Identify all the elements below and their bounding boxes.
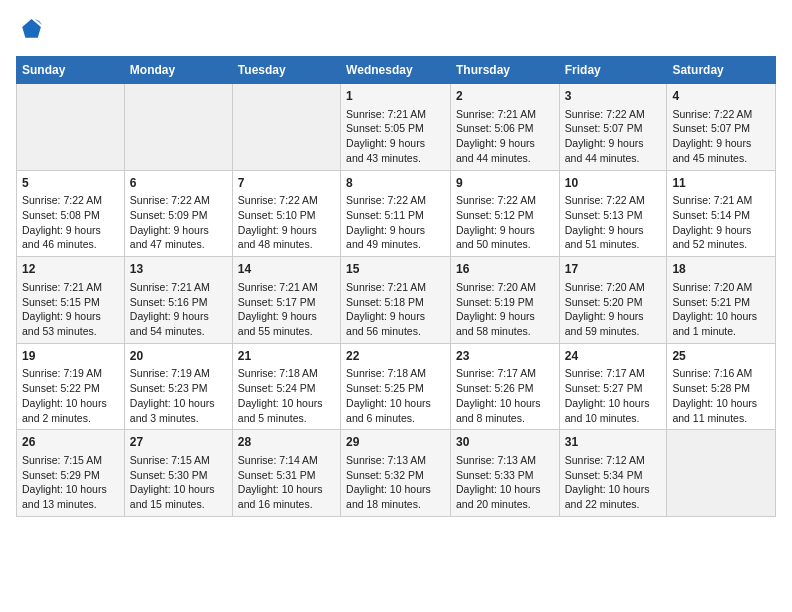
- day-info: Sunrise: 7:20 AM Sunset: 5:20 PM Dayligh…: [565, 280, 662, 339]
- calendar-cell: 14Sunrise: 7:21 AM Sunset: 5:17 PM Dayli…: [232, 257, 340, 344]
- calendar-cell: 15Sunrise: 7:21 AM Sunset: 5:18 PM Dayli…: [341, 257, 451, 344]
- day-number: 19: [22, 348, 119, 365]
- day-header-monday: Monday: [124, 57, 232, 84]
- day-info: Sunrise: 7:17 AM Sunset: 5:27 PM Dayligh…: [565, 366, 662, 425]
- day-number: 31: [565, 434, 662, 451]
- day-number: 1: [346, 88, 445, 105]
- calendar-cell: 10Sunrise: 7:22 AM Sunset: 5:13 PM Dayli…: [559, 170, 667, 257]
- day-info: Sunrise: 7:18 AM Sunset: 5:25 PM Dayligh…: [346, 366, 445, 425]
- day-number: 27: [130, 434, 227, 451]
- calendar-cell: 7Sunrise: 7:22 AM Sunset: 5:10 PM Daylig…: [232, 170, 340, 257]
- day-number: 3: [565, 88, 662, 105]
- day-number: 8: [346, 175, 445, 192]
- day-info: Sunrise: 7:16 AM Sunset: 5:28 PM Dayligh…: [672, 366, 770, 425]
- day-number: 21: [238, 348, 335, 365]
- day-info: Sunrise: 7:20 AM Sunset: 5:19 PM Dayligh…: [456, 280, 554, 339]
- logo-icon: [16, 16, 44, 44]
- calendar-cell: 26Sunrise: 7:15 AM Sunset: 5:29 PM Dayli…: [17, 430, 125, 517]
- day-info: Sunrise: 7:15 AM Sunset: 5:29 PM Dayligh…: [22, 453, 119, 512]
- calendar-cell: 8Sunrise: 7:22 AM Sunset: 5:11 PM Daylig…: [341, 170, 451, 257]
- day-info: Sunrise: 7:21 AM Sunset: 5:18 PM Dayligh…: [346, 280, 445, 339]
- day-number: 22: [346, 348, 445, 365]
- calendar-table: SundayMondayTuesdayWednesdayThursdayFrid…: [16, 56, 776, 517]
- day-number: 28: [238, 434, 335, 451]
- calendar-cell: 22Sunrise: 7:18 AM Sunset: 5:25 PM Dayli…: [341, 343, 451, 430]
- day-info: Sunrise: 7:22 AM Sunset: 5:11 PM Dayligh…: [346, 193, 445, 252]
- calendar-cell: 9Sunrise: 7:22 AM Sunset: 5:12 PM Daylig…: [450, 170, 559, 257]
- day-number: 4: [672, 88, 770, 105]
- calendar-cell: 30Sunrise: 7:13 AM Sunset: 5:33 PM Dayli…: [450, 430, 559, 517]
- day-number: 25: [672, 348, 770, 365]
- day-info: Sunrise: 7:19 AM Sunset: 5:23 PM Dayligh…: [130, 366, 227, 425]
- calendar-cell: 13Sunrise: 7:21 AM Sunset: 5:16 PM Dayli…: [124, 257, 232, 344]
- day-info: Sunrise: 7:22 AM Sunset: 5:10 PM Dayligh…: [238, 193, 335, 252]
- calendar-week-row: 12Sunrise: 7:21 AM Sunset: 5:15 PM Dayli…: [17, 257, 776, 344]
- day-number: 23: [456, 348, 554, 365]
- calendar-cell: 11Sunrise: 7:21 AM Sunset: 5:14 PM Dayli…: [667, 170, 776, 257]
- day-info: Sunrise: 7:20 AM Sunset: 5:21 PM Dayligh…: [672, 280, 770, 339]
- day-number: 6: [130, 175, 227, 192]
- calendar-cell: 3Sunrise: 7:22 AM Sunset: 5:07 PM Daylig…: [559, 84, 667, 171]
- day-number: 18: [672, 261, 770, 278]
- day-info: Sunrise: 7:22 AM Sunset: 5:09 PM Dayligh…: [130, 193, 227, 252]
- day-info: Sunrise: 7:13 AM Sunset: 5:33 PM Dayligh…: [456, 453, 554, 512]
- calendar-week-row: 5Sunrise: 7:22 AM Sunset: 5:08 PM Daylig…: [17, 170, 776, 257]
- day-header-friday: Friday: [559, 57, 667, 84]
- calendar-header-row: SundayMondayTuesdayWednesdayThursdayFrid…: [17, 57, 776, 84]
- day-header-wednesday: Wednesday: [341, 57, 451, 84]
- day-info: Sunrise: 7:21 AM Sunset: 5:06 PM Dayligh…: [456, 107, 554, 166]
- day-info: Sunrise: 7:13 AM Sunset: 5:32 PM Dayligh…: [346, 453, 445, 512]
- day-header-saturday: Saturday: [667, 57, 776, 84]
- calendar-cell: [17, 84, 125, 171]
- day-header-tuesday: Tuesday: [232, 57, 340, 84]
- day-number: 10: [565, 175, 662, 192]
- day-number: 26: [22, 434, 119, 451]
- day-info: Sunrise: 7:19 AM Sunset: 5:22 PM Dayligh…: [22, 366, 119, 425]
- calendar-cell: [124, 84, 232, 171]
- calendar-cell: 16Sunrise: 7:20 AM Sunset: 5:19 PM Dayli…: [450, 257, 559, 344]
- calendar-week-row: 19Sunrise: 7:19 AM Sunset: 5:22 PM Dayli…: [17, 343, 776, 430]
- calendar-cell: 6Sunrise: 7:22 AM Sunset: 5:09 PM Daylig…: [124, 170, 232, 257]
- calendar-cell: 27Sunrise: 7:15 AM Sunset: 5:30 PM Dayli…: [124, 430, 232, 517]
- calendar-cell: 31Sunrise: 7:12 AM Sunset: 5:34 PM Dayli…: [559, 430, 667, 517]
- calendar-cell: 5Sunrise: 7:22 AM Sunset: 5:08 PM Daylig…: [17, 170, 125, 257]
- calendar-cell: 23Sunrise: 7:17 AM Sunset: 5:26 PM Dayli…: [450, 343, 559, 430]
- page-header: [16, 16, 776, 44]
- calendar-cell: 4Sunrise: 7:22 AM Sunset: 5:07 PM Daylig…: [667, 84, 776, 171]
- day-number: 24: [565, 348, 662, 365]
- calendar-cell: 28Sunrise: 7:14 AM Sunset: 5:31 PM Dayli…: [232, 430, 340, 517]
- day-number: 20: [130, 348, 227, 365]
- day-number: 9: [456, 175, 554, 192]
- day-info: Sunrise: 7:22 AM Sunset: 5:07 PM Dayligh…: [672, 107, 770, 166]
- day-info: Sunrise: 7:22 AM Sunset: 5:13 PM Dayligh…: [565, 193, 662, 252]
- calendar-cell: 17Sunrise: 7:20 AM Sunset: 5:20 PM Dayli…: [559, 257, 667, 344]
- day-info: Sunrise: 7:22 AM Sunset: 5:12 PM Dayligh…: [456, 193, 554, 252]
- day-info: Sunrise: 7:21 AM Sunset: 5:14 PM Dayligh…: [672, 193, 770, 252]
- day-header-thursday: Thursday: [450, 57, 559, 84]
- calendar-cell: 21Sunrise: 7:18 AM Sunset: 5:24 PM Dayli…: [232, 343, 340, 430]
- calendar-week-row: 1Sunrise: 7:21 AM Sunset: 5:05 PM Daylig…: [17, 84, 776, 171]
- day-number: 14: [238, 261, 335, 278]
- day-info: Sunrise: 7:22 AM Sunset: 5:08 PM Dayligh…: [22, 193, 119, 252]
- day-info: Sunrise: 7:21 AM Sunset: 5:15 PM Dayligh…: [22, 280, 119, 339]
- day-number: 7: [238, 175, 335, 192]
- day-number: 13: [130, 261, 227, 278]
- day-info: Sunrise: 7:18 AM Sunset: 5:24 PM Dayligh…: [238, 366, 335, 425]
- calendar-cell: [232, 84, 340, 171]
- calendar-cell: 29Sunrise: 7:13 AM Sunset: 5:32 PM Dayli…: [341, 430, 451, 517]
- day-number: 11: [672, 175, 770, 192]
- calendar-cell: 2Sunrise: 7:21 AM Sunset: 5:06 PM Daylig…: [450, 84, 559, 171]
- day-info: Sunrise: 7:21 AM Sunset: 5:17 PM Dayligh…: [238, 280, 335, 339]
- calendar-cell: 12Sunrise: 7:21 AM Sunset: 5:15 PM Dayli…: [17, 257, 125, 344]
- calendar-cell: 20Sunrise: 7:19 AM Sunset: 5:23 PM Dayli…: [124, 343, 232, 430]
- day-info: Sunrise: 7:21 AM Sunset: 5:05 PM Dayligh…: [346, 107, 445, 166]
- svg-marker-0: [22, 19, 41, 38]
- day-number: 29: [346, 434, 445, 451]
- calendar-cell: 1Sunrise: 7:21 AM Sunset: 5:05 PM Daylig…: [341, 84, 451, 171]
- day-header-sunday: Sunday: [17, 57, 125, 84]
- day-number: 30: [456, 434, 554, 451]
- calendar-cell: 24Sunrise: 7:17 AM Sunset: 5:27 PM Dayli…: [559, 343, 667, 430]
- day-info: Sunrise: 7:17 AM Sunset: 5:26 PM Dayligh…: [456, 366, 554, 425]
- day-info: Sunrise: 7:14 AM Sunset: 5:31 PM Dayligh…: [238, 453, 335, 512]
- day-number: 16: [456, 261, 554, 278]
